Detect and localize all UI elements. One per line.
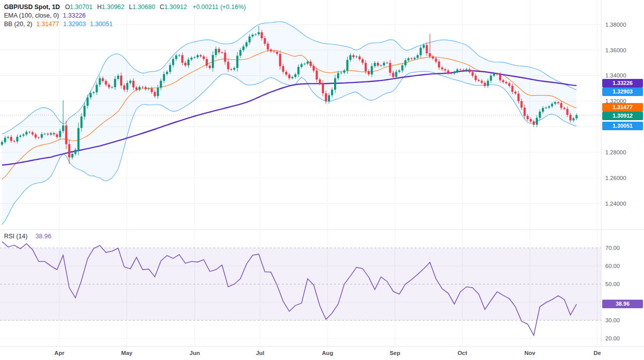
price-badge-close: 1.30912	[602, 112, 643, 120]
bollinger-bands	[2, 22, 577, 224]
rsi-band	[0, 248, 601, 320]
chart-window: { "legend": { "symbol": "GBP/USD Spot, 1…	[0, 0, 644, 360]
indicator-legend: GBP/USD Spot, 1DO1.30701H1.30962L1.30680…	[4, 3, 246, 29]
bb-lower-value: 1.30051	[90, 21, 113, 28]
symbol-row[interactable]: GBP/USD Spot, 1DO1.30701H1.30962L1.30680…	[4, 3, 246, 12]
ema-value: 1.33226	[63, 12, 86, 19]
bb-upper-value: 1.32903	[63, 21, 86, 28]
rsi-value: 38.96	[36, 233, 51, 240]
price-badge-bb-upper: 1.32903	[602, 87, 643, 96]
bb-legend-row[interactable]: BB (20, 2)1.314771.329031.30051	[4, 20, 246, 29]
ohlc-low: L1.30680	[129, 4, 155, 11]
bb-label: BB (20, 2)	[4, 21, 32, 28]
change-value: +0.00211 (+0.16%)	[193, 4, 246, 11]
price-badge-ema: 1.33226	[602, 79, 643, 87]
rsi-badge: 38.96	[602, 300, 643, 308]
bb-basis-value: 1.31477	[36, 21, 59, 28]
price-badge-bb-lower: 1.30051	[602, 122, 643, 130]
ohlc-close: C1.30912	[159, 4, 187, 11]
rsi-label: RSI (14)	[4, 233, 28, 240]
ohlc-high: H1.30962	[97, 4, 124, 11]
ohlc-open: O1.30701	[65, 4, 93, 11]
ema-label: EMA (100, close, 0)	[4, 12, 59, 19]
price-scale[interactable]	[601, 0, 644, 346]
price-badge-bb-basis: 1.31477	[602, 103, 643, 112]
ema-legend-row[interactable]: EMA (100, close, 0)1.33226	[4, 12, 246, 20]
time-scale[interactable]	[0, 346, 644, 360]
symbol-title[interactable]: GBP/USD Spot, 1D	[4, 4, 60, 11]
chart-canvas[interactable]: 1.380001.360001.340001.320001.280001.260…	[0, 0, 644, 360]
rsi-legend-row[interactable]: RSI (14)38.96	[4, 233, 51, 240]
